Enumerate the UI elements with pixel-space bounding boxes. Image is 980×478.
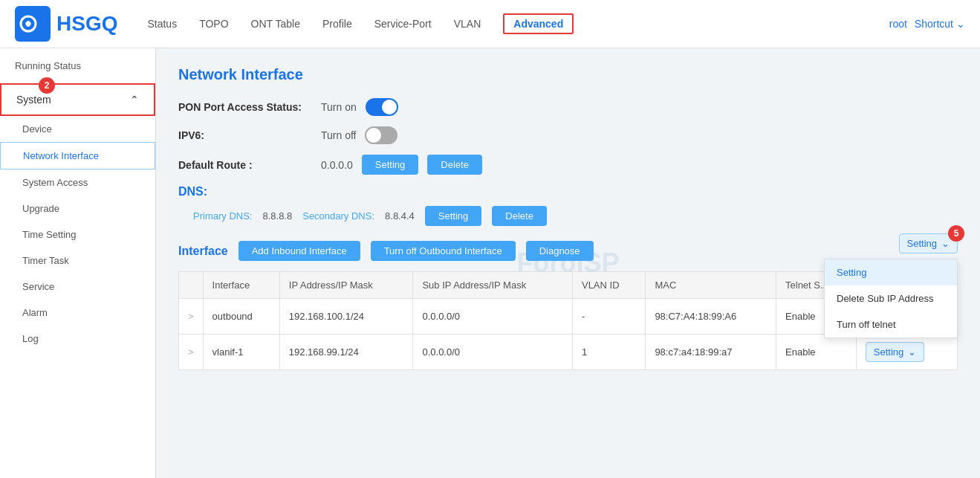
sidebar-section-system-label: System bbox=[16, 94, 51, 106]
col-sub-ip: Sub IP Address/IP Mask bbox=[413, 272, 573, 299]
row1-vlan: - bbox=[572, 299, 645, 335]
col-expand bbox=[179, 272, 204, 299]
pon-port-value: Turn on bbox=[321, 101, 357, 113]
row1-mac: 98:C7:A4:18:99:A6 bbox=[646, 299, 776, 335]
sidebar-item-network-interface[interactable]: Network Interface bbox=[0, 142, 155, 169]
logo: HSGQ bbox=[15, 6, 117, 42]
col-interface: Interface bbox=[203, 272, 279, 299]
row2-telnet: Enable bbox=[776, 335, 857, 370]
col-mac: MAC bbox=[646, 272, 776, 299]
interface-header: Interface Add Inbound Interface Turn off… bbox=[178, 241, 958, 261]
shortcut-link[interactable]: Shortcut ⌄ bbox=[915, 18, 965, 30]
sidebar-item-alarm[interactable]: Alarm bbox=[0, 300, 155, 326]
pon-port-toggle[interactable] bbox=[366, 98, 398, 116]
dns-delete-button[interactable]: Delete bbox=[492, 206, 547, 226]
chevron-down-icon: ⌄ bbox=[956, 18, 965, 30]
table-row: > vlanif-1 192.168.99.1/24 0.0.0.0/0 1 9… bbox=[179, 335, 958, 370]
nav-topo[interactable]: TOPO bbox=[199, 14, 228, 33]
user-link[interactable]: root bbox=[889, 18, 907, 30]
row2-action: Setting ⌄ bbox=[856, 335, 957, 370]
setting-dropdown-container: Setting ⌄ 5 Setting Delete Sub IP Addres… bbox=[899, 233, 958, 253]
chevron-down-icon-row2: ⌄ bbox=[908, 346, 916, 358]
pon-port-label: PON Port Access Status: bbox=[178, 101, 312, 113]
sidebar-item-service[interactable]: Service bbox=[0, 274, 155, 300]
row2-vlan: 1 bbox=[572, 335, 645, 370]
sidebar-item-upgrade[interactable]: Upgrade bbox=[0, 196, 155, 222]
page-title: Network Interface bbox=[178, 66, 958, 83]
logo-icon bbox=[15, 6, 51, 42]
sidebar: Running Status System ⌃ 2 Device Network… bbox=[0, 48, 156, 478]
header: HSGQ Status TOPO ONT Table Profile Servi… bbox=[0, 0, 980, 48]
sidebar-item-timer-task[interactable]: Timer Task bbox=[0, 248, 155, 274]
col-vlan: VLAN ID bbox=[572, 272, 645, 299]
setting-dropdown-label: Setting bbox=[907, 238, 937, 249]
add-inbound-button[interactable]: Add Inbound Interface bbox=[238, 241, 360, 261]
default-route-label: Default Route : bbox=[178, 159, 312, 171]
logo-text: HSGQ bbox=[56, 12, 117, 36]
pon-port-row: PON Port Access Status: Turn on bbox=[178, 98, 958, 116]
ipv6-label: IPV6: bbox=[178, 129, 312, 141]
main-content: ForoISP Network Interface PON Port Acces… bbox=[156, 48, 980, 478]
dns-row: Primary DNS: 8.8.8.8 Secondary DNS: 8.8.… bbox=[178, 206, 958, 226]
ipv6-value: Turn off bbox=[321, 129, 356, 141]
sidebar-running-status[interactable]: Running Status bbox=[0, 48, 155, 83]
nav-ont-table[interactable]: ONT Table bbox=[251, 14, 300, 33]
nav-vlan[interactable]: VLAN bbox=[454, 14, 481, 33]
diagnose-button[interactable]: Diagnose bbox=[526, 241, 594, 261]
default-route-row: Default Route : 0.0.0.0 Setting Delete bbox=[178, 155, 958, 175]
layout: Running Status System ⌃ 2 Device Network… bbox=[0, 48, 980, 478]
col-ip: IP Address/IP Mask bbox=[279, 272, 413, 299]
setting-dropdown-menu: Setting Delete Sub IP Address Turn off t… bbox=[824, 259, 958, 338]
badge-2: 2 bbox=[39, 77, 55, 94]
ipv6-row: IPV6: Turn off bbox=[178, 126, 958, 144]
default-route-value: 0.0.0.0 bbox=[321, 159, 353, 171]
nav-service-port[interactable]: Service-Port bbox=[374, 14, 432, 33]
primary-dns-label: Primary DNS: bbox=[193, 210, 252, 222]
turn-off-outbound-button[interactable]: Turn off Outbound Interface bbox=[371, 241, 516, 261]
row1-ip: 192.168.100.1/24 bbox=[279, 299, 413, 335]
nav-profile[interactable]: Profile bbox=[322, 14, 352, 33]
row2-interface: vlanif-1 bbox=[203, 335, 279, 370]
secondary-dns-value: 8.8.4.4 bbox=[385, 210, 415, 222]
dns-section: DNS: Primary DNS: 8.8.8.8 Secondary DNS:… bbox=[178, 185, 958, 226]
secondary-dns-label: Secondary DNS: bbox=[302, 210, 374, 222]
dropdown-item-setting[interactable]: Setting bbox=[825, 259, 957, 285]
row2-setting-button[interactable]: Setting ⌄ bbox=[866, 342, 924, 362]
sidebar-section-system[interactable]: System ⌃ 2 bbox=[0, 83, 155, 116]
ipv6-toggle[interactable] bbox=[365, 126, 397, 144]
row2-ip: 192.168.99.1/24 bbox=[279, 335, 413, 370]
dropdown-item-turn-off-telnet[interactable]: Turn off telnet bbox=[825, 311, 957, 337]
sidebar-item-device[interactable]: Device bbox=[0, 116, 155, 142]
nav-advanced[interactable]: Advanced bbox=[503, 13, 574, 34]
chevron-up-icon: ⌃ bbox=[130, 94, 139, 106]
row1-expand[interactable]: > bbox=[179, 299, 204, 335]
toggle-knob bbox=[382, 100, 397, 114]
interface-title: Interface bbox=[178, 245, 228, 258]
badge-5: 5 bbox=[948, 225, 964, 242]
default-route-delete-button[interactable]: Delete bbox=[427, 155, 482, 175]
sidebar-item-log[interactable]: Log bbox=[0, 326, 155, 352]
row2-expand[interactable]: > bbox=[179, 335, 204, 370]
nav-status[interactable]: Status bbox=[147, 14, 177, 33]
interface-setting-dropdown-button[interactable]: Setting ⌄ 5 bbox=[899, 233, 958, 253]
dns-setting-button[interactable]: Setting bbox=[425, 206, 481, 226]
primary-dns-value: 8.8.8.8 bbox=[262, 210, 292, 222]
main-nav: Status TOPO ONT Table Profile Service-Po… bbox=[147, 13, 889, 34]
header-right: root Shortcut ⌄ bbox=[889, 18, 965, 30]
dns-title: DNS: bbox=[178, 185, 958, 198]
row2-mac: 98:c7:a4:18:99:a7 bbox=[646, 335, 776, 370]
chevron-down-icon-setting: ⌄ bbox=[941, 238, 950, 249]
sidebar-item-system-access[interactable]: System Access bbox=[0, 169, 155, 196]
row2-sub-ip: 0.0.0.0/0 bbox=[413, 335, 573, 370]
toggle-knob-ipv6 bbox=[366, 128, 381, 143]
row1-interface: outbound bbox=[203, 299, 279, 335]
sidebar-item-time-setting[interactable]: Time Setting bbox=[0, 222, 155, 248]
row1-sub-ip: 0.0.0.0/0 bbox=[413, 299, 573, 335]
default-route-setting-button[interactable]: Setting bbox=[362, 155, 418, 175]
dropdown-item-delete-sub-ip[interactable]: Delete Sub IP Address bbox=[825, 285, 957, 311]
